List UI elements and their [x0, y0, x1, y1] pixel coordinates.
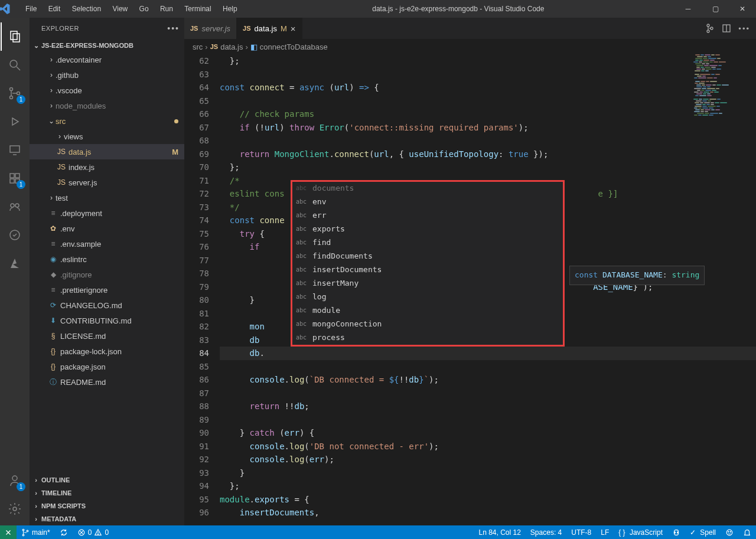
compare-icon[interactable]: [705, 24, 715, 33]
intellisense-item[interactable]: abcmongoConnection: [292, 318, 563, 331]
activity-settings-icon[interactable]: [1, 495, 29, 523]
file-item[interactable]: ≡.env.sample: [30, 236, 184, 251]
activity-remote-icon[interactable]: [1, 136, 29, 164]
intellisense-item[interactable]: abclog: [292, 290, 563, 304]
file-item[interactable]: JSdata.jsM: [30, 144, 184, 159]
maximize-button[interactable]: ▢: [702, 0, 729, 18]
folder-item[interactable]: ›test: [30, 190, 184, 205]
intellisense-item[interactable]: abcprocess: [292, 331, 563, 345]
file-item[interactable]: JSserver.js: [30, 175, 184, 190]
folder-item[interactable]: ⌄src: [30, 113, 184, 129]
explorer-header: EXPLORER •••: [30, 18, 184, 39]
language-indicator[interactable]: { } JavaScript: [614, 528, 667, 537]
file-item[interactable]: {}package-lock.json: [30, 344, 184, 359]
intellisense-item[interactable]: abcexports: [292, 223, 563, 236]
activity-liveshare-icon[interactable]: [1, 192, 29, 221]
outline-section[interactable]: ›OUTLINE: [30, 473, 184, 486]
file-item[interactable]: ⟳CHANGELOG.md: [30, 298, 184, 313]
breadcrumbs[interactable]: src › JS data.js › ◧ connectToDatabase: [184, 39, 756, 54]
breadcrumb-src[interactable]: src: [193, 43, 203, 51]
menu-selection[interactable]: Selection: [67, 5, 106, 13]
file-item[interactable]: ⓘREADME.md: [30, 374, 184, 390]
modified-badge: M: [172, 148, 178, 156]
feedback-icon[interactable]: [721, 528, 738, 537]
file-item[interactable]: ✿.env: [30, 221, 184, 236]
intellisense-popup[interactable]: abcdocumentsabcenvabcerrabcexportsabcfin…: [291, 180, 565, 347]
vscode-logo-icon: [0, 4, 21, 14]
svg-line-3: [17, 67, 20, 70]
folder-item[interactable]: ›.devcontainer: [30, 52, 184, 67]
breadcrumb-file[interactable]: data.js: [220, 43, 243, 51]
spell-indicator[interactable]: ✓ Spell: [685, 528, 721, 537]
minimize-button[interactable]: ─: [674, 0, 702, 18]
indentation-indicator[interactable]: Spaces: 4: [526, 528, 566, 537]
menu-go[interactable]: Go: [135, 5, 154, 13]
file-label: index.js: [69, 163, 94, 172]
activity-search-icon[interactable]: [1, 51, 29, 79]
activity-debug-icon[interactable]: [1, 107, 29, 136]
activity-account-icon[interactable]: 1: [1, 466, 29, 495]
intellisense-item[interactable]: abcfindDocuments: [292, 250, 563, 263]
more-actions-icon[interactable]: •••: [738, 24, 750, 33]
svg-point-37: [726, 530, 732, 535]
breadcrumb-symbol[interactable]: connectToDatabase: [260, 43, 328, 51]
hover-tooltip: const DATABASE_NAME: string: [569, 266, 705, 285]
sync-indicator[interactable]: [55, 525, 73, 539]
menu-terminal[interactable]: Terminal: [180, 5, 216, 13]
svg-rect-0: [11, 31, 17, 40]
file-item[interactable]: ◆.gitignore: [30, 267, 184, 282]
editor-tab[interactable]: JSserver.js: [184, 18, 237, 39]
menu-file[interactable]: File: [21, 5, 41, 13]
more-icon[interactable]: •••: [167, 24, 180, 33]
close-window-button[interactable]: ✕: [729, 0, 756, 18]
svg-rect-8: [10, 146, 19, 152]
menu-edit[interactable]: Edit: [44, 5, 66, 13]
intellisense-item[interactable]: abcinsertMany: [292, 277, 563, 290]
activity-task-icon[interactable]: [1, 221, 29, 249]
close-tab-icon[interactable]: ×: [291, 24, 296, 34]
menu-help[interactable]: Help: [218, 5, 242, 13]
metadata-section[interactable]: ›METADATA: [30, 512, 184, 525]
intellisense-item[interactable]: abcenv: [292, 195, 563, 209]
menu-run[interactable]: Run: [155, 5, 178, 13]
cursor-position[interactable]: Ln 84, Col 12: [474, 528, 525, 537]
svg-point-4: [10, 88, 13, 91]
eol-indicator[interactable]: LF: [596, 528, 614, 537]
activity-extensions-icon[interactable]: 1: [1, 164, 29, 192]
file-item[interactable]: JSindex.js: [30, 159, 184, 175]
encoding-indicator[interactable]: UTF-8: [566, 528, 596, 537]
activity-scm-icon[interactable]: 1: [1, 79, 29, 107]
menu-view[interactable]: View: [107, 5, 132, 13]
folder-item[interactable]: ›.github: [30, 67, 184, 83]
file-item[interactable]: ≡.deployment: [30, 205, 184, 221]
intellisense-item[interactable]: abcmodule: [292, 304, 563, 318]
intellisense-item[interactable]: abcinsertDocuments: [292, 263, 563, 277]
intellisense-item[interactable]: abcfind: [292, 236, 563, 250]
folder-item[interactable]: ›.vscode: [30, 83, 184, 98]
file-item[interactable]: {}package.json: [30, 359, 184, 374]
file-item[interactable]: ◉.eslintrc: [30, 251, 184, 267]
file-item[interactable]: §LICENSE.md: [30, 328, 184, 344]
file-item[interactable]: ⬇CONTRIBUTING.md: [30, 313, 184, 328]
remote-indicator[interactable]: [0, 525, 17, 539]
intellisense-item[interactable]: abcdocuments: [292, 182, 563, 195]
npmscripts-section[interactable]: ›NPM SCRIPTS: [30, 499, 184, 512]
branch-indicator[interactable]: main*: [17, 525, 55, 539]
svg-point-26: [22, 534, 24, 536]
folder-item[interactable]: ›views: [30, 129, 184, 144]
code-area[interactable]: 6263646566676869707172737475767778798081…: [184, 54, 756, 525]
activity-explorer-icon[interactable]: [1, 22, 29, 51]
folder-item[interactable]: ›node_modules: [30, 98, 184, 113]
problems-indicator[interactable]: 0 0: [73, 525, 113, 539]
file-item[interactable]: ≡.prettierignore: [30, 282, 184, 298]
intellisense-item[interactable]: abcerr: [292, 209, 563, 223]
notifications-icon[interactable]: [738, 528, 756, 537]
minimap[interactable]: [[4,3,5,3,4],[5,3,3],[6,4,7,3],[3,3,5,4]…: [693, 54, 749, 169]
file-type-icon: ⓘ: [47, 377, 59, 387]
activity-azure-icon[interactable]: [1, 249, 29, 277]
timeline-section[interactable]: ›TIMELINE: [30, 486, 184, 499]
editor-tab[interactable]: JSdata.jsM×: [237, 18, 302, 39]
project-section-header[interactable]: ⌄ JS-E2E-EXPRESS-MONGODB: [30, 39, 184, 52]
copilot-icon[interactable]: [667, 528, 685, 537]
split-editor-icon[interactable]: [722, 24, 731, 33]
